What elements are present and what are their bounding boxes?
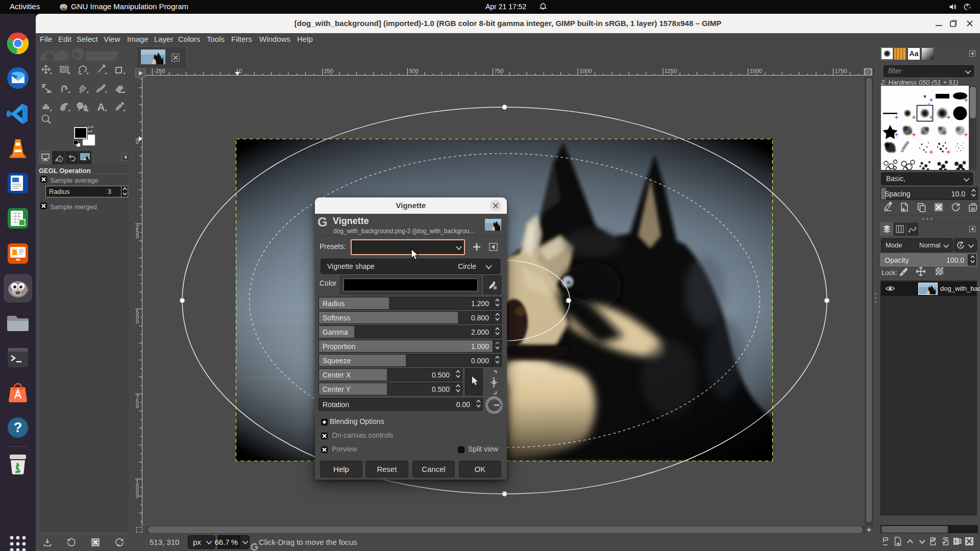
svg-text:0: 0	[239, 68, 242, 74]
svg-text:-250: -250	[154, 68, 165, 74]
svg-text:0: 0	[136, 318, 139, 324]
svg-text:1750: 1750	[835, 68, 847, 74]
svg-text:?: ?	[14, 420, 22, 435]
svg-text:i: i	[60, 157, 61, 162]
svg-text:0: 0	[136, 139, 139, 145]
svg-text:0: 0	[136, 233, 139, 239]
svg-text:1000: 1000	[579, 68, 592, 74]
svg-text:750: 750	[494, 68, 503, 74]
svg-text:500: 500	[409, 68, 419, 74]
svg-text:1250: 1250	[665, 68, 677, 74]
svg-text:A: A	[97, 101, 105, 113]
svg-text:1500: 1500	[750, 68, 762, 74]
svg-text:0: 0	[136, 403, 139, 409]
svg-text:250: 250	[324, 68, 333, 74]
svg-text:0: 0	[136, 493, 139, 499]
